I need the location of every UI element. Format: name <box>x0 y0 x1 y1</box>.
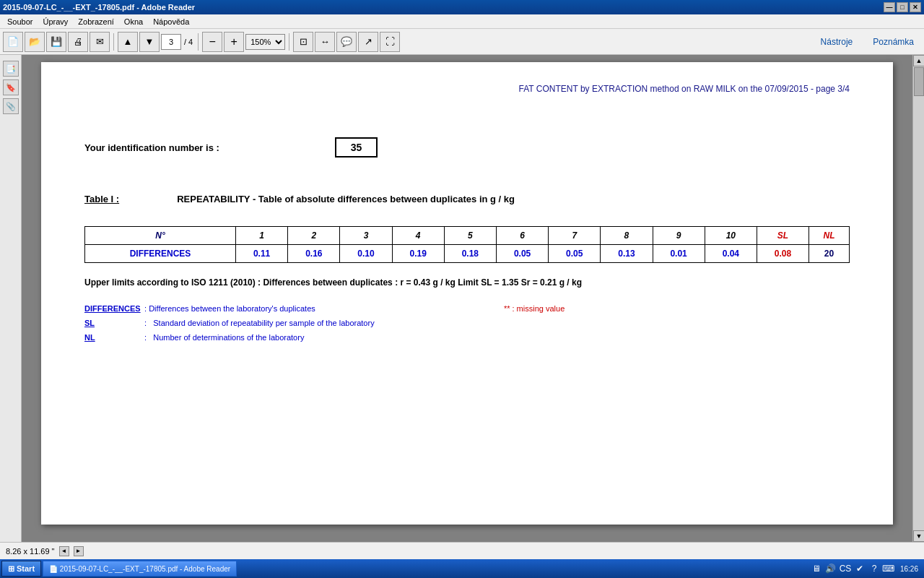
tray-icon-check[interactable]: ✔ <box>854 563 866 574</box>
differences-row: DIFFERENCES 0.11 0.16 0.10 0.19 0.18 0.0… <box>85 245 850 263</box>
diff-label: DIFFERENCES <box>85 245 236 263</box>
minimize-button[interactable]: — <box>884 2 895 12</box>
open-button[interactable]: 📄 <box>3 32 23 52</box>
col-header-3: 3 <box>340 227 392 245</box>
sidebar-bookmark-icon[interactable]: 🔖 <box>3 79 19 95</box>
tray-icon-keyboard[interactable]: ⌨ <box>883 563 894 574</box>
diff-val-9: 0.01 <box>653 245 705 263</box>
scroll-left-button[interactable]: ◄ <box>59 546 69 556</box>
identification-value: 35 <box>335 137 378 158</box>
start-button[interactable]: ⊞ Start <box>1 561 41 577</box>
tray-icon-sound[interactable]: 🔊 <box>825 563 837 574</box>
zoom-in-button[interactable]: + <box>224 32 244 52</box>
menu-soubor[interactable]: Soubor <box>3 16 37 27</box>
col-header-nl: NL <box>809 227 850 245</box>
col-header-1: 1 <box>236 227 288 245</box>
separator-1 <box>113 33 114 51</box>
upper-limits: Upper limits according to ISO 1211 (2010… <box>84 277 850 288</box>
table-label: Table I : <box>84 194 119 204</box>
col-header-sl: SL <box>757 227 808 245</box>
menu-napoveda[interactable]: Nápověda <box>149 16 193 27</box>
col-header-8: 8 <box>601 227 653 245</box>
maximize-button[interactable]: □ <box>897 2 908 12</box>
table-header-row: N° 1 2 3 4 5 6 7 8 9 10 SL NL <box>85 227 850 245</box>
tray-time: 16:26 <box>900 565 918 573</box>
menu-okna[interactable]: Okna <box>120 16 147 27</box>
right-scrollbar[interactable]: ▲ ▼ <box>912 55 924 542</box>
page-total: / 4 <box>184 38 193 46</box>
notes-button[interactable]: Poznámka <box>866 35 921 49</box>
toolbar: 📄 📂 💾 🖨 ✉ ▲ ▼ 3 / 4 − + 150% 100% 75% 50… <box>0 29 924 55</box>
diff-val-8: 0.13 <box>601 245 653 263</box>
print-button[interactable]: 🖨 <box>68 32 88 52</box>
document-header: FAT CONTENT by EXTRACTION method on RAW … <box>84 84 850 94</box>
toolbar-right: Nástroje Poznámka <box>814 35 921 49</box>
window-title: 2015-09-07-LC_-__-EXT_-17805.pdf - Adobe… <box>3 3 195 12</box>
legend-key-sl: SL <box>84 316 142 331</box>
col-header-6: 6 <box>496 227 548 245</box>
col-header-2: 2 <box>288 227 340 245</box>
comment-button[interactable]: 💬 <box>336 32 357 52</box>
sidebar: 📑 🔖 📎 <box>0 55 22 542</box>
diff-val-10: 0.04 <box>705 245 757 263</box>
save-button[interactable]: 💾 <box>46 32 66 52</box>
data-table: N° 1 2 3 4 5 6 7 8 9 10 SL NL <box>84 226 850 263</box>
diff-val-6: 0.05 <box>496 245 548 263</box>
share-button[interactable]: ↗ <box>358 32 378 52</box>
scroll-up-button[interactable]: ▲ <box>913 55 924 66</box>
legend-row-nl: NL : Number of determinations of the lab… <box>84 331 850 345</box>
tray-icon-language[interactable]: CS <box>840 563 851 574</box>
zoom-out-button[interactable]: − <box>202 32 222 52</box>
taskbar: ⊞ Start 📄 2015-09-07-LC_-__-EXT_-17805.p… <box>0 559 924 578</box>
legend-key-differences: DIFFERENCES <box>84 302 142 316</box>
scroll-track[interactable] <box>913 66 924 530</box>
tools-button[interactable]: Nástroje <box>814 35 860 49</box>
sidebar-page-icon[interactable]: 📑 <box>3 61 19 77</box>
title-bar: 2015-09-07-LC_-__-EXT_-17805.pdf - Adobe… <box>0 0 924 14</box>
legend-missing: ** : missing value <box>460 302 565 316</box>
separator-2 <box>198 33 199 51</box>
legend-desc-differences: : Differences between the laboratory's d… <box>142 302 315 316</box>
diff-val-nl: 20 <box>809 245 850 263</box>
fullscreen-button[interactable]: ⛶ <box>380 32 400 52</box>
legend-desc-nl: : Number of determinations of the labora… <box>142 331 304 345</box>
page-dimensions: 8.26 x 11.69 " <box>6 547 55 556</box>
separator-3 <box>289 33 289 51</box>
tray-icon-help[interactable]: ? <box>868 563 880 574</box>
table-heading: Table I : REPEATABILITY - Table of absol… <box>84 194 850 204</box>
next-page-button[interactable]: ▼ <box>139 32 160 52</box>
legend-row-differences: DIFFERENCES : Differences between the la… <box>84 302 850 316</box>
col-header-n: N° <box>85 227 236 245</box>
fit-page-button[interactable]: ⊡ <box>293 32 313 52</box>
menu-zobrazeni[interactable]: Zobrazení <box>74 16 118 27</box>
page-input[interactable]: 3 <box>161 34 181 50</box>
window-controls: — □ ✕ <box>884 2 921 12</box>
main-area: 📑 🔖 📎 FAT CONTENT by EXTRACTION method o… <box>0 55 924 542</box>
scroll-right-button[interactable]: ► <box>74 546 84 556</box>
close-button[interactable]: ✕ <box>910 2 921 12</box>
legend-key-nl: NL <box>84 331 142 345</box>
fit-width-button[interactable]: ↔ <box>315 32 335 52</box>
diff-val-3: 0.10 <box>340 245 392 263</box>
folder-button[interactable]: 📂 <box>25 32 45 52</box>
legend-row-sl: SL : Standard deviation of repeatability… <box>84 316 850 331</box>
document-area[interactable]: FAT CONTENT by EXTRACTION method on RAW … <box>22 55 912 542</box>
diff-val-5: 0.18 <box>444 245 496 263</box>
taskbar-tray: 🖥 🔊 CS ✔ ? ⌨ 16:26 <box>811 563 923 574</box>
identification-label: Your identification number is : <box>84 142 219 153</box>
taskbar-adobe-item[interactable]: 📄 2015-09-07-LC_-__-EXT_-17805.pdf - Ado… <box>43 561 237 577</box>
menu-upravy[interactable]: Úpravy <box>38 16 72 27</box>
sidebar-attach-icon[interactable]: 📎 <box>3 98 19 114</box>
scroll-thumb[interactable] <box>914 67 924 96</box>
diff-val-sl: 0.08 <box>757 245 808 263</box>
email-button[interactable]: ✉ <box>90 32 110 52</box>
status-bar: 8.26 x 11.69 " ◄ ► <box>0 542 924 559</box>
start-icon: ⊞ <box>8 564 14 574</box>
status-left: 8.26 x 11.69 " ◄ ► <box>6 546 84 556</box>
prev-page-button[interactable]: ▲ <box>118 32 138 52</box>
scroll-down-button[interactable]: ▼ <box>913 530 924 542</box>
header-text: FAT CONTENT by EXTRACTION method on RAW … <box>519 84 850 94</box>
legend-desc-sl: : Standard deviation of repeatability pe… <box>142 316 375 331</box>
tray-icon-network[interactable]: 🖥 <box>811 563 822 574</box>
zoom-select[interactable]: 150% 100% 75% 50% <box>245 34 285 50</box>
